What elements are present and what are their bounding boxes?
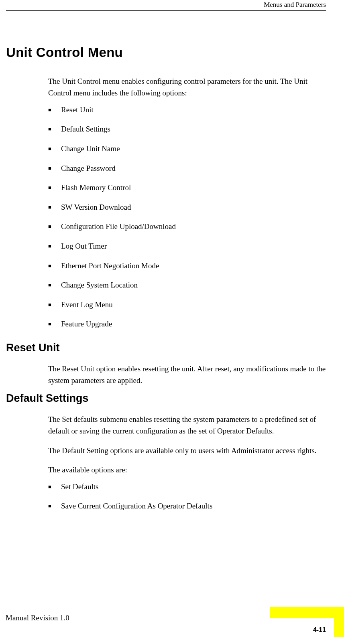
footer-highlight-tab: [334, 618, 344, 637]
list-item: Change Password: [48, 163, 328, 174]
footer: Manual Revision 1.0 4-11: [0, 594, 344, 622]
section-heading-default-settings: Default Settings: [6, 392, 328, 405]
list-item: Ethernet Port Negotiation Mode: [48, 261, 328, 271]
section-paragraph: The Default Setting options are availabl…: [48, 445, 326, 456]
list-item: Change System Location: [48, 280, 328, 291]
list-item: Flash Memory Control: [48, 182, 328, 193]
footer-page-number: 4-11: [313, 626, 326, 634]
section-paragraph: The Set defaults submenu enables resetti…: [48, 413, 326, 437]
header-rule: [6, 10, 326, 11]
header-section-title: Menus and Parameters: [16, 0, 328, 10]
footer-revision: Manual Revision 1.0: [6, 614, 69, 622]
main-options-list: Reset Unit Default Settings Change Unit …: [48, 105, 328, 330]
list-item: Configuration File Upload/Download: [48, 221, 328, 232]
section-paragraph: The Reset Unit option enables resetting …: [48, 363, 326, 387]
intro-paragraph: The Unit Control menu enables configurin…: [48, 75, 326, 99]
list-item: Reset Unit: [48, 105, 328, 115]
list-item: Event Log Menu: [48, 300, 328, 310]
footer-highlight-bar: [270, 607, 344, 618]
list-item: Save Current Configuration As Operator D…: [48, 501, 328, 512]
list-item: Default Settings: [48, 124, 328, 135]
list-item: SW Version Download: [48, 202, 328, 213]
footer-rule: [6, 611, 232, 611]
default-settings-options-list: Set Defaults Save Current Configuration …: [48, 482, 328, 512]
list-item: Change Unit Name: [48, 144, 328, 154]
section-paragraph: The available options are:: [48, 464, 326, 476]
list-item: Log Out Timer: [48, 241, 328, 252]
list-item: Feature Upgrade: [48, 319, 328, 330]
list-item: Set Defaults: [48, 482, 328, 492]
section-heading-reset-unit: Reset Unit: [6, 342, 328, 354]
page-title: Unit Control Menu: [6, 45, 328, 60]
